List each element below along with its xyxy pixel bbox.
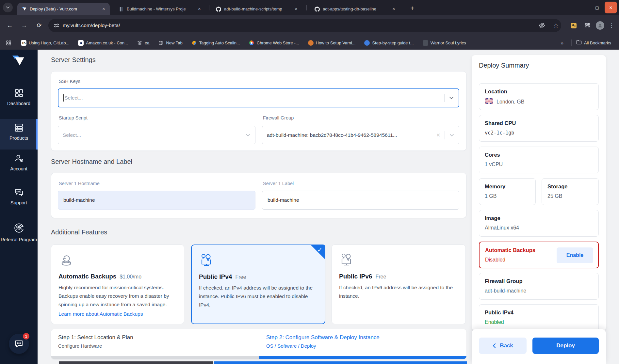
server1-hostname-input[interactable] (58, 191, 255, 210)
chat-fab-button[interactable]: 1 (9, 334, 29, 354)
eye-slash-icon[interactable] (537, 21, 546, 30)
firewall-group-value: adt-build-machine: bacb2d78-f8cc-41b4-94… (267, 132, 397, 138)
tab-title: Buildmachine - Wintersys Proje (127, 7, 194, 11)
additional-features-heading: Additional Features (51, 229, 107, 236)
forward-icon[interactable]: → (20, 21, 29, 30)
vultr-logo[interactable] (0, 55, 38, 69)
vultr-favicon (21, 6, 27, 12)
location-value: London, GB (497, 99, 524, 105)
fox-favicon (308, 40, 314, 46)
sidebar-item-support[interactable]: Support (0, 187, 38, 205)
chevron-down-icon[interactable] (449, 133, 454, 138)
tab-separator (306, 5, 307, 10)
chat-unread-badge: 1 (23, 333, 29, 340)
ipv6-pins-icon (339, 263, 355, 269)
tab-separator (209, 5, 209, 10)
learn-more-link[interactable]: Learn more about Automatic Backups (58, 311, 177, 317)
close-tab-icon[interactable]: ✕ (391, 6, 397, 12)
tab-strip: Deploy (Beta) - Vultr.com ✕ Buildmachine… (0, 0, 619, 15)
step1-tab[interactable]: Step 1: Select Location & Plan Configure… (51, 329, 259, 359)
back-icon[interactable]: ← (5, 21, 14, 30)
extensions-puzzle-icon[interactable] (583, 21, 592, 30)
close-window-button[interactable]: ✕ (605, 2, 617, 13)
summary-footer: Back Deploy (472, 329, 606, 364)
close-tab-icon[interactable]: ✕ (197, 6, 202, 12)
tab-search-button[interactable] (3, 3, 13, 12)
sidebar-item-dashboard[interactable]: Dashboard (0, 88, 38, 106)
firewall-group-select[interactable]: adt-build-machine: bacb2d78-f8cc-41b4-94… (262, 126, 459, 144)
maximize-button[interactable]: ▢ (591, 2, 603, 13)
hostname-card: Server 1 Hostname Server 1 Label (51, 173, 466, 218)
feature-description: Highly recommend for mission-critical sy… (58, 283, 177, 309)
summary-image-card: Image AlmaLinux x64 (479, 210, 599, 237)
menu-dots-icon[interactable]: ⋮ (607, 21, 616, 30)
image-value: AlmaLinux x64 (485, 225, 593, 231)
bookmark-item[interactable]: ea (137, 40, 149, 46)
ssh-keys-label: SSH Keys (59, 79, 80, 84)
all-bookmarks-button[interactable]: All Bookmarks (576, 40, 611, 46)
feature-description: If checked, an IPv4 address will be assi… (199, 284, 318, 309)
bookmark-item[interactable]: Chrome Web Store -... (249, 40, 299, 46)
startup-placeholder: Select... (63, 132, 81, 138)
bookmark-item[interactable]: TK Using Hugo, GitLab... (21, 40, 69, 46)
reload-icon[interactable]: ⟳ (35, 21, 44, 30)
browser-window: Deploy (Beta) - Vultr.com ✕ Buildmachine… (0, 0, 619, 364)
summary-plan-card: Shared CPU vc2-1c-1gb (479, 115, 599, 142)
tab-title: Deploy (Beta) - Vultr.com (30, 7, 98, 11)
bookmark-item[interactable]: Tagging Auto Scalin... (191, 40, 240, 46)
minimize-button[interactable]: — (577, 2, 590, 13)
profile-avatar[interactable] (596, 21, 604, 30)
bookmark-item[interactable]: Warrior Soul Lyrics (423, 40, 466, 46)
divider (16, 40, 16, 46)
startup-script-select[interactable]: Select... (58, 126, 255, 144)
server1-label-label: Server 1 Label (263, 181, 294, 186)
divider (445, 131, 445, 139)
referral-people-icon (0, 222, 38, 233)
bookmark-item[interactable]: New Tab (158, 40, 182, 46)
site-settings-icon[interactable] (54, 23, 59, 28)
deploy-button[interactable]: Deploy (532, 338, 599, 354)
server-settings-heading: Server Settings (51, 56, 96, 64)
address-bar[interactable]: my.vultr.com/deploy-beta/ (48, 19, 561, 32)
deploy-page: Server Settings SSH Keys Select... Start… (38, 50, 619, 364)
step2-tab[interactable]: Step 2: Configure Software & Deploy Inst… (259, 329, 466, 359)
tab-github-scripts[interactable]: adt-build-machine-scripts/temp ✕ (212, 3, 302, 15)
feature-card-automatic-backups[interactable]: Automatic Backups$1.00/mo Highly recomme… (51, 245, 184, 324)
bookmark-item[interactable]: Step-by-step guide t... (364, 40, 414, 46)
tab-github-adt-apps[interactable]: adt-apps/testing-db-baseline ✕ (310, 3, 400, 15)
ssh-keys-select[interactable]: Select... (58, 88, 459, 107)
divider (571, 40, 572, 46)
chevron-left-icon (492, 343, 496, 348)
chevron-down-icon[interactable] (245, 133, 251, 138)
sidebar-item-account[interactable]: Account (0, 153, 38, 171)
new-tab-button[interactable]: + (408, 4, 417, 13)
bookmark-star-icon[interactable]: ☆ (551, 21, 561, 30)
feature-card-public-ipv4[interactable]: ✓ Public IPv4Free If checked, an IPv4 ad… (191, 245, 325, 324)
uk-flag-icon (485, 98, 493, 105)
feature-card-public-ipv6[interactable]: Public IPv6Free If checked, an IPv6 addr… (332, 245, 466, 324)
back-button[interactable]: Back (479, 338, 527, 354)
chevron-down-icon[interactable] (449, 95, 454, 101)
server1-label-input[interactable] (262, 191, 459, 210)
tab-buildmachine[interactable]: Buildmachine - Wintersys Proje ✕ (114, 3, 205, 15)
bookmarks-overflow-icon[interactable]: » (561, 40, 563, 46)
chrome-favicon (249, 40, 254, 46)
apps-grid-icon[interactable] (6, 40, 11, 46)
sidebar-item-referral-program[interactable]: Referral Program (0, 222, 38, 243)
bookmark-item[interactable]: How to Setup Varni... (308, 40, 356, 46)
bookmark-item[interactable]: a Amazon.co.uk - Con... (78, 40, 128, 46)
server1-hostname-label: Server 1 Hostname (59, 181, 100, 186)
tk-favicon: TK (21, 40, 26, 46)
ssh-placeholder: Select... (65, 95, 83, 101)
close-tab-icon[interactable]: ✕ (293, 6, 299, 12)
enable-backups-button[interactable]: Enable (557, 247, 593, 263)
clear-selection-icon[interactable]: ✕ (436, 132, 440, 138)
sidebar-item-products[interactable]: Products (0, 119, 38, 150)
extension-key-icon[interactable] (569, 21, 578, 30)
tab-deploy-vultr[interactable]: Deploy (Beta) - Vultr.com ✕ (17, 3, 110, 15)
bookmarks-bar: TK Using Hugo, GitLab... a Amazon.co.uk … (0, 36, 619, 50)
products-servers-icon (0, 123, 38, 133)
feature-description: If checked, an IPv6 address will be assi… (339, 283, 458, 300)
close-tab-icon[interactable]: ✕ (101, 6, 106, 12)
account-person-icon (0, 153, 38, 163)
